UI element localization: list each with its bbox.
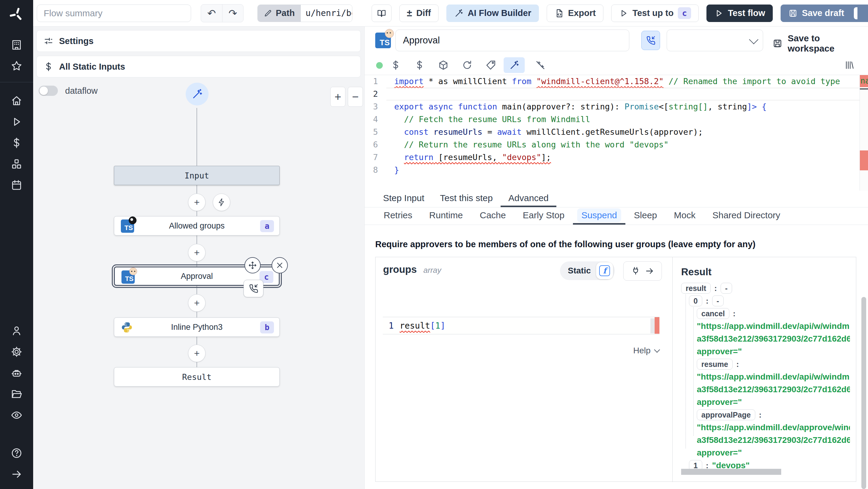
result-key-pill[interactable]: 0	[689, 296, 702, 306]
flow-summary-input[interactable]: Flow summary	[37, 4, 191, 22]
sidebar-expand-icon[interactable]	[0, 464, 33, 485]
package-button[interactable]	[433, 57, 454, 73]
node-allowed-groups-badge: a	[260, 220, 274, 232]
sidebar-resources-icon[interactable]	[0, 153, 33, 175]
result-value: "https://app.windmill.dev/api/w/windmill…	[697, 322, 850, 331]
error-bar	[655, 317, 659, 334]
move-node-button[interactable]	[244, 257, 261, 273]
flow-graph[interactable]: dataflow + − Input + TS Allowed groups a…	[33, 82, 365, 489]
advanced-subtabs: RetriesRuntimeCacheEarly StopSuspendSlee…	[365, 207, 868, 225]
export-button[interactable]: Export	[547, 4, 603, 22]
test-flow-button[interactable]: Test flow	[707, 4, 773, 22]
groups-expression: result[1]	[400, 321, 445, 331]
code-line: 7 return [resumeUrls, "devops"];	[365, 151, 868, 164]
result-value: approver="	[697, 448, 742, 458]
connect-input-button[interactable]	[623, 262, 662, 281]
sidebar-schedules-icon[interactable]	[0, 175, 33, 196]
graph-ai-wand-button[interactable]	[186, 83, 209, 105]
test-up-to-button[interactable]: Test up to c	[611, 4, 699, 22]
sidebar-users-icon[interactable]	[0, 320, 33, 341]
redo-button[interactable]: ↷	[222, 4, 243, 22]
tab-step-input[interactable]: Step Input	[375, 190, 432, 207]
help-toggle[interactable]: Help	[633, 346, 659, 356]
node-result[interactable]: Result	[114, 367, 280, 387]
script-version-select[interactable]	[667, 30, 763, 51]
docs-button[interactable]	[372, 4, 392, 22]
editor-scrollbar[interactable]	[650, 318, 655, 333]
folder-open-icon	[10, 388, 23, 400]
person-icon	[10, 325, 23, 337]
tab-advanced[interactable]: Advanced	[501, 190, 556, 207]
subtab-suspend[interactable]: Suspend	[573, 207, 625, 224]
node-input[interactable]: Input	[114, 166, 280, 185]
subtab-early-stop[interactable]: Early Stop	[514, 207, 572, 224]
subtab-mock[interactable]: Mock	[665, 207, 704, 224]
result-h-scrollbar[interactable]	[681, 469, 781, 475]
result-key-pill[interactable]: approvalPage	[697, 409, 755, 420]
node-allowed-groups[interactable]: TS Allowed groups a	[114, 216, 280, 236]
result-key-pill[interactable]: resume	[697, 359, 733, 370]
variables-button[interactable]	[409, 57, 430, 73]
assets-button[interactable]	[385, 57, 406, 73]
subtab-runtime[interactable]: Runtime	[421, 207, 471, 224]
save-to-workspace-button[interactable]: Save to workspace	[772, 33, 868, 54]
reload-button[interactable]	[457, 57, 478, 73]
collapse-pill[interactable]: -	[712, 296, 724, 306]
save-draft-button[interactable]: Save draft	[781, 4, 868, 22]
diff-button[interactable]: ± Diff	[399, 4, 438, 22]
subtab-shared-directory[interactable]: Shared Directory	[704, 207, 789, 224]
collapse-pill[interactable]: -	[721, 283, 732, 294]
function-mode-button[interactable]: f	[596, 262, 613, 279]
result-key-pill[interactable]: cancel	[697, 308, 730, 319]
approval-suspend-badge[interactable]	[244, 280, 264, 297]
sidebar-help-icon[interactable]	[0, 442, 33, 464]
add-step-button[interactable]: +	[188, 344, 206, 362]
code-editor[interactable]: 1import * as wmillClient from "windmill-…	[365, 75, 868, 190]
sidebar-workers-icon[interactable]	[0, 362, 33, 384]
sidebar-runs-icon[interactable]	[0, 111, 33, 132]
save-icon	[788, 8, 798, 18]
flow-settings-button[interactable]: Settings	[36, 30, 361, 52]
minimap-view-line	[860, 88, 868, 90]
zoom-in-button[interactable]: +	[330, 87, 345, 107]
ai-assist-button[interactable]	[504, 57, 525, 73]
editor-minimap[interactable]: na	[860, 75, 868, 190]
sidebar-home-icon[interactable]	[0, 90, 33, 111]
subtab-cache[interactable]: Cache	[471, 207, 515, 224]
test-up-to-label: Test up to	[632, 8, 674, 18]
add-trigger-button[interactable]	[213, 193, 230, 211]
add-step-button[interactable]: +	[188, 193, 206, 211]
undo-button[interactable]: ↶	[201, 4, 222, 22]
static-toggle[interactable]: Static f	[560, 262, 615, 280]
ai-flow-builder-button[interactable]: AI Flow Builder	[446, 4, 539, 22]
path-button[interactable]: Path	[258, 5, 301, 22]
node-inline-python-label: Inline Python3	[171, 323, 222, 332]
node-inline-python[interactable]: Inline Python3 b	[114, 317, 280, 337]
tab-test-this-step[interactable]: Test this step	[432, 190, 501, 207]
zoom-out-button[interactable]: −	[348, 87, 363, 107]
path-value[interactable]: u/henri/bes	[301, 5, 352, 22]
subtab-retries[interactable]: Retries	[375, 207, 421, 224]
add-step-button[interactable]: +	[188, 294, 206, 312]
window-scrollbar[interactable]	[861, 297, 866, 489]
all-static-inputs-button[interactable]: All Static Inputs	[36, 56, 361, 78]
sidebar-variables-icon[interactable]	[0, 132, 33, 153]
sidebar-favorites-icon[interactable]	[0, 56, 33, 77]
sidebar-audit-icon[interactable]	[0, 405, 33, 426]
sidebar-workspace-icon[interactable]	[0, 34, 33, 56]
suspend-phone-button[interactable]	[641, 31, 660, 50]
sidebar-folders-icon[interactable]	[0, 384, 33, 405]
windmill-logo[interactable]	[9, 7, 24, 22]
delete-node-button[interactable]	[272, 257, 288, 273]
library-button[interactable]	[840, 57, 858, 73]
lightning-icon	[217, 198, 226, 207]
add-step-button[interactable]: +	[188, 244, 206, 262]
sidebar-settings-icon[interactable]	[0, 341, 33, 362]
step-name-input[interactable]: Approval	[396, 30, 629, 51]
groups-expression-editor[interactable]: 1 result[1]	[383, 317, 659, 334]
subtab-sleep[interactable]: Sleep	[625, 207, 665, 224]
dataflow-toggle[interactable]	[38, 86, 58, 96]
result-key-pill[interactable]: result	[681, 283, 711, 294]
format-button[interactable]	[480, 57, 501, 73]
ai-off-button[interactable]	[530, 57, 551, 73]
